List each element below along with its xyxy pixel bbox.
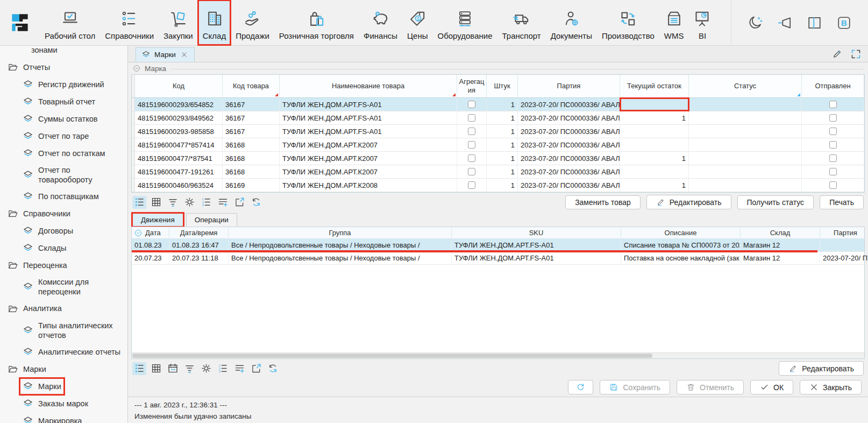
gear-icon[interactable] <box>199 362 213 375</box>
table-cell[interactable]: Поставка на основе накладной (зак <box>621 252 741 264</box>
table-cell[interactable] <box>689 179 802 192</box>
table-cell[interactable] <box>457 138 487 151</box>
table-row[interactable]: 4815196000477*85741436168ТУФЛИ ЖЕН.ДОМ.А… <box>132 138 864 152</box>
column-header[interactable]: Дата/время <box>169 227 229 238</box>
tab-inactive[interactable]: Операции <box>186 213 237 227</box>
table-cell[interactable]: 4815196000477-191261 <box>135 165 223 178</box>
topbar-item[interactable]: Производство <box>597 0 659 45</box>
column-header[interactable]: Группа <box>229 227 452 238</box>
topbar-item[interactable]: Справочники <box>100 0 159 45</box>
topbar-item[interactable]: Розничная торговля <box>274 0 359 45</box>
horizontal-scrollbar-thumb[interactable] <box>132 354 652 358</box>
column-header[interactable]: Текущий остаток <box>620 75 689 97</box>
column-header[interactable]: Наименование товара <box>280 75 457 97</box>
table-row[interactable]: 4815196000293/65485236167ТУФЛИ ЖЕН.ДОМ.А… <box>132 98 864 111</box>
table-cell[interactable]: 1 <box>487 125 518 138</box>
checkbox[interactable] <box>829 154 837 162</box>
tab-active[interactable]: Движения <box>132 213 183 227</box>
table-cell[interactable] <box>457 152 487 165</box>
table-cell[interactable] <box>457 125 487 138</box>
sidebar-item[interactable]: Типы аналитических отчетов <box>0 318 127 343</box>
column-header[interactable]: Агрегация <box>457 75 487 97</box>
table-cell[interactable]: ТУФЛИ ЖЕН.ДОМ.АРТ.FS-A01 <box>280 111 457 124</box>
repeat-icon[interactable] <box>249 196 263 209</box>
table-cell[interactable] <box>689 152 802 165</box>
table-cell[interactable] <box>802 179 864 192</box>
table-cell[interactable]: ТУФЛИ ЖЕН.ДОМ.АРТ.К2007 <box>280 138 457 151</box>
moon-icon[interactable] <box>748 15 763 31</box>
external-link-icon[interactable] <box>232 196 246 209</box>
table-cell[interactable]: 1 <box>487 165 518 178</box>
table-cell[interactable]: 20.07.23 <box>132 252 169 264</box>
sidebar-item[interactable]: Склады <box>0 239 127 257</box>
checkbox[interactable] <box>829 181 837 189</box>
rows-icon[interactable] <box>132 196 146 209</box>
topbar-item[interactable]: Рабочий стол <box>40 0 100 45</box>
table-cell[interactable]: 36169 <box>223 179 280 192</box>
edit-button[interactable]: Редактировать <box>779 361 864 376</box>
checkbox[interactable] <box>468 114 475 122</box>
table-cell[interactable]: 1 <box>487 138 518 151</box>
sidebar-item[interactable]: Товарный отчет <box>0 93 127 110</box>
table-cell[interactable]: 1 <box>620 179 689 192</box>
column-header[interactable]: Партия <box>518 75 620 97</box>
sidebar-folder[interactable]: Отчеты <box>0 59 127 76</box>
rows-icon[interactable] <box>132 362 146 375</box>
numbered-list-icon[interactable]: 123 <box>216 362 230 375</box>
sidebar-folder[interactable]: Марки <box>0 361 127 378</box>
sidebar-item[interactable]: Отчет по таре <box>0 128 127 145</box>
sidebar-item[interactable]: Суммы остатков <box>0 110 127 128</box>
save-button[interactable]: Сохранить <box>600 380 670 394</box>
topbar-item[interactable]: Оборудование <box>433 0 497 45</box>
edit-button[interactable]: Редактировать <box>646 195 731 209</box>
table-row[interactable]: 20.07.2320.07.23 11:18Все / Непродовольт… <box>132 252 864 265</box>
column-header[interactable]: Отправлен <box>802 75 864 97</box>
table-cell[interactable]: 1 <box>620 152 689 165</box>
table-cell[interactable]: 20.07.23 11:18 <box>169 252 229 264</box>
table-cell[interactable] <box>457 179 487 192</box>
table-cell[interactable]: Магазин 12 <box>741 239 820 251</box>
table-cell[interactable] <box>820 239 868 251</box>
checkbox[interactable] <box>468 141 475 149</box>
checkbox[interactable] <box>829 101 837 108</box>
table-cell[interactable]: Все / Непродовольтсвенные товары / Неход… <box>229 239 452 251</box>
grid-icon[interactable] <box>149 196 163 209</box>
table-cell[interactable] <box>620 98 689 111</box>
table-cell[interactable]: Списание товара № СП00073 от 202 <box>621 239 741 251</box>
table-cell[interactable]: ТУФЛИ ЖЕН.ДОМ.АРТ.FS-A01 <box>452 239 621 251</box>
table-cell[interactable]: 1 <box>487 179 518 192</box>
sidebar-item[interactable]: Регистр движений <box>0 76 127 93</box>
table-cell[interactable]: 36167 <box>223 98 280 111</box>
checkbox[interactable] <box>468 168 475 175</box>
checkbox[interactable] <box>829 114 837 122</box>
table-cell[interactable]: 2023-07-20/ ПС0000336/ АВАЛ <box>518 179 620 192</box>
column-header[interactable]: Статус <box>689 75 802 97</box>
sidebar-item[interactable]: зонами <box>0 46 127 59</box>
table-cell[interactable]: 36168 <box>223 152 280 165</box>
checkbox[interactable] <box>468 154 475 162</box>
table-cell[interactable] <box>802 152 864 165</box>
table-cell[interactable] <box>689 165 802 178</box>
table-cell[interactable] <box>802 111 864 124</box>
table-cell[interactable]: 4815196000477*857414 <box>135 138 223 151</box>
table-cell[interactable]: Все / Непродовольтсвенные товары / Неход… <box>229 252 452 264</box>
close-button[interactable]: Закрыть <box>800 380 862 394</box>
table-cell[interactable] <box>802 138 864 151</box>
list-plus-icon[interactable] <box>232 362 246 375</box>
table-cell[interactable] <box>620 125 689 138</box>
column-header[interactable]: Описание <box>621 227 741 238</box>
table-cell[interactable]: 01.08.23 <box>132 239 169 251</box>
column-header[interactable]: SKU <box>452 227 621 238</box>
table-cell[interactable]: Магазин 12 <box>741 252 820 264</box>
table-cell[interactable] <box>689 138 802 151</box>
table-cell[interactable]: 1 <box>487 152 518 165</box>
table-cell[interactable]: 1 <box>487 111 518 124</box>
tab-marki[interactable]: Марки <box>136 47 195 62</box>
topbar-item[interactable]: WMS <box>659 0 689 45</box>
get-status-button[interactable]: Получить статус <box>737 195 814 209</box>
table-cell[interactable] <box>457 111 487 124</box>
table-cell[interactable] <box>802 165 864 178</box>
table-cell[interactable]: ТУФЛИ ЖЕН.ДОМ.АРТ.FS-A01 <box>280 125 457 138</box>
sidebar-item[interactable]: Комиссии для переоценки <box>0 274 127 300</box>
table-row[interactable]: 4815196000460/96352436169ТУФЛИ ЖЕН.ДОМ.А… <box>132 179 864 192</box>
